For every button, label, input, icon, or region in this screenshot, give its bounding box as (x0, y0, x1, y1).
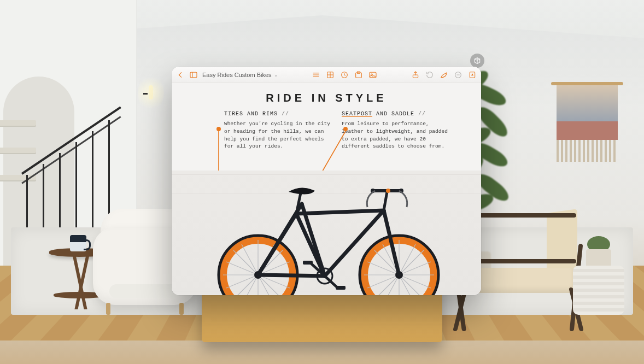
draw-icon[interactable] (440, 71, 448, 79)
page-heading: RIDE IN STYLE (172, 92, 481, 104)
cube-icon (473, 57, 481, 64)
list-view-icon[interactable] (312, 71, 320, 79)
svg-line-50 (383, 275, 399, 295)
collapse-icon[interactable] (454, 71, 462, 79)
svg-line-63 (325, 276, 338, 288)
svg-rect-0 (190, 72, 197, 77)
svg-line-42 (374, 275, 399, 295)
svg-point-71 (386, 189, 390, 193)
wall-shelf (0, 148, 36, 154)
wall-hanging (554, 82, 620, 164)
callout-tires: TIRES AND RIMS // Whether you're cycling… (224, 111, 331, 150)
svg-line-25 (233, 250, 258, 275)
document-page[interactable]: RIDE IN STYLE TIRES AND RIMS // Whether … (172, 83, 481, 295)
svg-line-68 (384, 192, 387, 210)
share-icon[interactable] (411, 71, 420, 79)
wall-shelf (0, 120, 36, 127)
callout-body: Whether you're cycling in the city or he… (224, 120, 331, 150)
svg-line-40 (399, 275, 424, 295)
insert-icon[interactable] (354, 71, 363, 79)
svg-line-32 (226, 275, 258, 288)
svg-line-31 (242, 275, 258, 295)
hero-image-area (172, 171, 481, 295)
toolbar: Easy Rides Custom Bikes ⌄ (172, 67, 481, 83)
document-title[interactable]: Easy Rides Custom Bikes ⌄ (202, 72, 278, 78)
wall-sconce (145, 82, 156, 104)
format-icon[interactable] (468, 71, 477, 79)
sidebar-toggle-icon[interactable] (189, 71, 198, 79)
svg-line-23 (233, 275, 258, 295)
media-icon[interactable] (368, 71, 377, 79)
svg-line-21 (258, 275, 283, 295)
svg-line-47 (399, 262, 431, 275)
callout-label: TIRES AND RIMS // (224, 111, 331, 117)
callout-label: SEATPOST AND SADDLE // (342, 111, 448, 117)
app-window[interactable]: Easy Rides Custom Bikes ⌄ (172, 67, 481, 295)
svg-line-51 (367, 275, 399, 288)
svg-rect-7 (413, 75, 418, 78)
svg-line-52 (367, 262, 399, 275)
svg-line-48 (399, 275, 431, 288)
svg-line-55 (258, 275, 325, 276)
svg-line-58 (296, 210, 384, 214)
callout-seatpost: SEATPOST AND SADDLE // From leisure to p… (342, 111, 448, 150)
bicycle-image (187, 171, 466, 295)
chevron-down-icon: ⌄ (274, 72, 278, 78)
svg-line-57 (296, 214, 325, 276)
svg-line-26 (242, 244, 258, 275)
side-stool (563, 244, 634, 315)
svg-line-33 (226, 262, 258, 275)
svg-rect-64 (336, 286, 346, 290)
svg-line-46 (399, 244, 415, 275)
history-icon[interactable] (425, 71, 434, 79)
document-title-text: Easy Rides Custom Bikes (202, 72, 272, 78)
svg-rect-66 (303, 261, 313, 265)
svg-line-38 (399, 250, 424, 275)
spatial-control[interactable] (470, 54, 484, 68)
svg-line-30 (258, 275, 274, 295)
grid-view-icon[interactable] (326, 71, 335, 79)
mug (70, 235, 86, 251)
back-button[interactable] (176, 71, 185, 79)
recent-icon[interactable] (340, 71, 349, 79)
callouts-row: TIRES AND RIMS // Whether you're cycling… (172, 111, 481, 156)
svg-line-49 (399, 275, 415, 295)
callout-body: From leisure to performance, leather to … (342, 120, 448, 150)
